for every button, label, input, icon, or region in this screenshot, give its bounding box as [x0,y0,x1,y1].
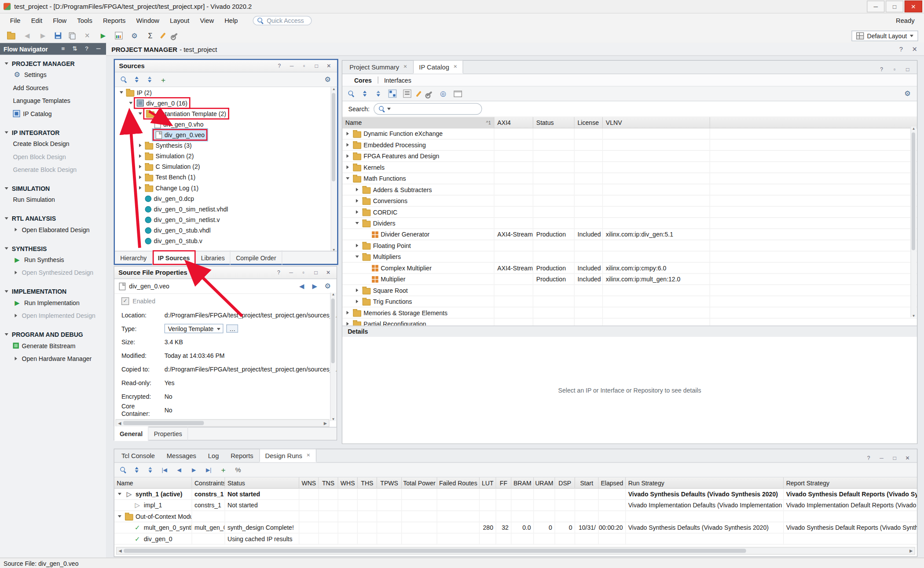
source-item-ip-2[interactable]: IP (2) [115,87,331,98]
close-tab-icon[interactable]: ✕ [453,64,457,69]
ip-row-trig-functions[interactable]: Trig Functions [342,296,917,307]
chevron-right-icon[interactable] [345,165,350,169]
expand-all-icon[interactable] [146,76,153,83]
column-header-uram[interactable]: URAM [534,477,555,488]
tab-ip-catalog[interactable]: IP Catalog✕ [413,60,463,74]
float-icon[interactable]: ▫ [891,66,899,74]
ip-row-floating-point[interactable]: Floating Point [342,240,917,251]
minimize-icon[interactable]: ─ [877,454,886,462]
column-header-status[interactable]: Status [225,477,300,488]
close-tab-icon[interactable]: ✕ [306,453,310,458]
menu-item-view[interactable]: View [194,15,219,26]
properties-hscrollbar[interactable]: ◀ ▶ [116,419,330,427]
sort-icon[interactable]: ⇅ [71,45,79,53]
column-header-lut[interactable]: LUT [480,477,496,488]
copy-icon[interactable] [69,32,76,39]
search-icon[interactable] [348,90,355,97]
ip-row-fpga-features-and-design[interactable]: FPGA Features and Design [342,151,917,162]
tab-tcl-console[interactable]: Tcl Console [116,449,161,462]
scrollbar-thumb[interactable] [124,549,746,553]
chevron-down-icon[interactable] [4,62,9,65]
flow-item-run-synthesis[interactable]: ▶Run Synthesis [0,253,106,266]
close-window-button[interactable] [905,0,922,12]
tab-properties[interactable]: Properties [149,426,188,441]
undo-icon[interactable]: ◀ [23,32,31,40]
close-tab-icon[interactable]: ✕ [403,64,407,69]
settings-gear-icon[interactable]: ⚙ [323,282,332,291]
chevron-down-icon[interactable] [137,113,143,115]
close-icon[interactable]: ✕ [324,269,333,277]
open-project-icon[interactable] [7,33,15,40]
tab-compile-order[interactable]: Compile Order [231,250,282,265]
chevron-right-icon[interactable] [354,199,360,203]
chevron-down-icon[interactable] [4,187,9,189]
minimize-icon[interactable]: ─ [288,62,296,70]
column-header-constraints[interactable]: Constraints [192,477,225,488]
delete-icon[interactable]: ✕ [83,32,92,40]
ip-row-embedded-processing[interactable]: Embedded Processing [342,139,917,150]
scroll-down-icon[interactable]: ▼ [330,418,336,421]
chevron-down-icon[interactable] [118,91,124,94]
flow-item-run-implementation[interactable]: ▶Run Implementation [0,296,106,309]
minimize-window-button[interactable] [867,0,884,12]
chevron-right-icon[interactable] [137,165,143,168]
chevron-right-icon[interactable] [345,311,350,314]
source-item-div-gen-0-sim-netlist-vhdl[interactable]: div_gen_0_sim_netlist.vhdl [115,204,331,214]
source-item-div-gen-0-stub-vhdl[interactable]: div_gen_0_stub.vhdl [115,225,331,236]
chevron-right-icon[interactable] [345,132,350,135]
source-item-c-simulation-2[interactable]: C Simulation (2) [115,161,331,172]
ip-search-input[interactable] [392,105,477,113]
column-header-vlnv[interactable]: VLNV [603,117,710,128]
chevron-right-icon[interactable] [354,244,360,247]
menu-item-layout[interactable]: Layout [165,15,194,26]
subtab-interfaces[interactable]: Interfaces [378,76,417,84]
chevron-down-icon[interactable] [4,217,9,219]
column-header-wns[interactable]: WNS [299,477,319,488]
settings-gear-icon[interactable]: ⚙ [323,75,332,84]
ip-row-memories-storage-elements[interactable]: Memories & Storage Elements [342,307,917,318]
chevron-right-icon[interactable] [354,288,360,292]
source-item-synthesis-3[interactable]: Synthesis (3) [115,140,331,151]
ip-row-multiplier[interactable]: MultiplierProductionIncludedxilinx.com:i… [342,274,917,285]
source-item-instantiation-template-2[interactable]: Instantiation Template (2) [115,108,331,119]
close-icon[interactable]: ✕ [325,62,333,70]
column-header-status[interactable]: Status [533,117,575,128]
column-header-run-strategy[interactable]: Run Strategy [626,477,784,488]
expand-all-icon[interactable] [375,90,382,97]
flat-view-icon[interactable] [403,90,411,98]
layout-selector[interactable]: Default Layout [852,30,918,41]
ip-row-cordic[interactable]: CORDIC [342,207,917,218]
design-runs-hscrollbar[interactable]: ◀ ▶ [116,547,915,554]
close-icon[interactable]: ✕ [903,454,912,462]
flow-item-generate-block-design[interactable]: Generate Block Design [0,163,106,176]
target-icon[interactable]: ◎ [439,90,447,98]
flow-item-ip-catalog[interactable]: IP Catalog [0,107,106,120]
scroll-right-icon[interactable]: ▶ [908,549,915,553]
scroll-down-icon[interactable]: ▼ [911,314,917,317]
settings-gear-icon[interactable]: ⚙ [130,32,139,40]
flow-item-settings[interactable]: ⚙Settings [0,68,106,81]
ip-row-divider-generator[interactable]: Divider GeneratorAXI4-StreamProductionIn… [342,229,917,240]
menu-icon[interactable]: ≡ [59,45,67,53]
help-icon[interactable]: ? [275,62,283,70]
scroll-right-icon[interactable]: ▶ [322,421,329,426]
close-icon[interactable]: ✕ [910,45,919,53]
source-item-change-log-1[interactable]: Change Log (1) [115,182,331,193]
more-options-button[interactable] [227,324,238,332]
chevron-down-icon[interactable] [128,102,134,104]
column-header-ff[interactable]: FF [496,477,512,488]
scrollbar-thumb[interactable] [331,299,335,363]
column-header-name[interactable]: Name [114,477,192,488]
scrollbar-thumb[interactable] [123,421,204,425]
ip-row-dividers[interactable]: Dividers [342,218,917,229]
flow-section-header[interactable]: PROGRAM AND DEBUG [0,330,106,339]
flow-item-language-templates[interactable]: Language Templates [0,94,106,107]
ip-row-square-root[interactable]: Square Root [342,285,917,296]
float-icon[interactable]: ▫ [299,269,308,277]
collapse-all-icon[interactable] [361,90,368,97]
enabled-checkbox[interactable] [121,297,129,305]
chevron-right-icon[interactable] [137,175,143,179]
flow-item-open-elaborated-design[interactable]: Open Elaborated Design [0,223,106,236]
scroll-left-icon[interactable]: ◀ [116,421,123,426]
chevron-right-icon[interactable] [354,300,360,303]
